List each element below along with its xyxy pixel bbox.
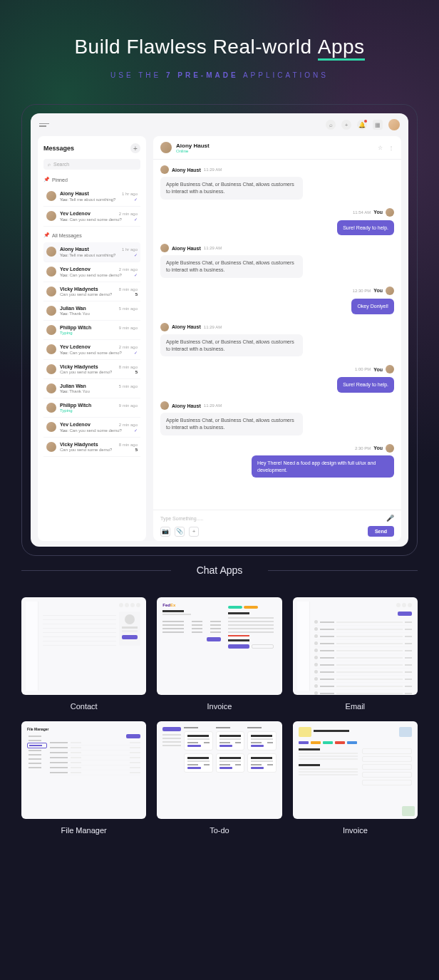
message-group: 12:30 PMYouOkey Doniyel! [160,287,394,314]
subtitle-pre: USE THE [110,71,166,79]
chat-list-item[interactable]: Julian Wan5 min agoYou: Thank You [43,379,140,398]
contact-name: Yev Ledenov [60,344,91,349]
composer: Type Something..... 🎤 📷 📎 + Send [153,510,401,541]
contact-name: Yev Ledenov [60,422,91,427]
chat-list-item[interactable]: Aiony Haust1 hr agoYou: Tell me about so… [43,187,140,207]
grid-icon[interactable]: ▦ [373,120,383,130]
message-preview: Typing [60,408,73,413]
message-preview: You: Thank You [60,389,90,393]
tile-label: Contact [71,702,98,711]
app-tile[interactable]: File ManagerFile Manager [21,721,146,835]
chat-list-item[interactable]: Yev Ledenov2 min agoYou: Can you send so… [43,262,140,282]
contact-name: Philipp Witch [60,325,91,330]
add-icon[interactable]: + [341,120,351,130]
message-bubble: Apple Business Chat, or Business Chat, a… [160,413,303,435]
composer-placeholder[interactable]: Type Something..... [160,516,203,521]
send-button[interactable]: Send [368,526,394,537]
timestamp: 11:29 AM [204,403,222,408]
contact-name: Vicky Hladynets [60,442,98,447]
app-tile[interactable]: Invoice [293,721,418,835]
menu-icon[interactable] [39,123,49,127]
all-section-label: 📌 All Messages [43,232,140,238]
app-tile[interactable]: FedExInvoice [157,597,282,711]
tile-label: Invoice [343,826,368,835]
star-icon[interactable]: ☆ [378,145,383,151]
new-message-button[interactable]: + [130,143,140,153]
attachment-icon[interactable]: 📎 [175,527,185,537]
sender-name: Aiony Haust [172,324,201,329]
search-placeholder: Search [53,162,69,167]
timestamp: 5 min ago [119,306,138,311]
message-preview: You: Can you send some demo? [60,428,122,433]
check-icon: ✓ [134,428,138,433]
timestamp: 8 min ago [119,287,138,292]
tile-thumbnail [21,597,146,695]
pinned-section-label: 📌 Pinned [43,177,140,182]
chat-list-item[interactable]: Yev Ledenov2 min agoYou: Can you send so… [43,340,140,360]
user-avatar[interactable] [388,119,400,130]
chat-list-item[interactable]: Aiony Haust1 hr agoYou: Tell me about so… [43,242,140,262]
message-preview: You: Can you send some demo? [60,273,122,277]
avatar [46,287,56,296]
chat-list-item[interactable]: Vicky Hladynets8 min agoCan you send som… [43,438,140,457]
message-preview: You: Tell me about somthing? [60,253,115,257]
check-icon: ✓ [134,197,138,202]
contact-name: Philipp Witch [60,403,91,408]
message-preview: Can you send some demo? [60,370,112,374]
message-group: Aiony Haust11:29 AMApple Business Chat, … [160,323,394,357]
app-tile[interactable]: Contact [21,597,146,711]
avatar [386,444,394,453]
avatar [46,364,56,374]
message-preview: Can you send some demo? [60,292,112,296]
more-icon[interactable]: ⋮ [388,145,394,151]
chat-header: Aiony Haust Online ☆ ⋮ [153,136,401,160]
unread-badge: 5 [135,370,138,374]
timestamp: 11:29 AM [204,246,222,250]
search-input[interactable]: ⌕ Search [43,159,140,170]
chat-list-item[interactable]: Vicky Hladynets8 min agoCan you send som… [43,282,140,301]
camera-icon[interactable]: 📷 [160,527,170,537]
message-group: 1:00 PMYouSure! Ready to help. [160,365,394,393]
timestamp: 2 min ago [119,345,138,349]
mic-icon[interactable]: 🎤 [386,515,394,522]
contact-name: Yev Ledenov [60,211,91,216]
bell-icon[interactable]: 🔔 [357,120,367,130]
timestamp: 9 min ago [119,403,138,408]
chat-list-item[interactable]: Yev Ledenov2 min agoYou: Can you send so… [43,418,140,438]
tile-label: To-do [210,826,229,835]
hero-subtitle: USE THE 7 PRE-MADE APPLICATIONS [21,71,418,79]
app-tile[interactable]: To-do [157,721,282,835]
device-frame: ⌕ + 🔔 ▦ Messages + ⌕ Search [21,104,418,556]
tile-thumbnail: FedEx [157,597,282,695]
timestamp: 1:00 PM [355,367,371,371]
search-icon[interactable]: ⌕ [326,120,336,130]
timestamp: 2 min ago [119,212,138,216]
pin-icon: 📌 [43,232,50,238]
timestamp: 11:54 AM [353,210,371,215]
avatar [46,211,56,221]
chat-list-item[interactable]: Philipp Witch9 min agoTyping [43,398,140,418]
chat-list-item[interactable]: Yev Ledenov2 min agoYou: Can you send so… [43,207,140,227]
chat-list-item[interactable]: Julian Wan5 min agoYou: Thank You [43,301,140,321]
timestamp: 9 min ago [119,326,138,330]
avatar [386,208,394,217]
chat-list-item[interactable]: Vicky Hladynets8 min agoCan you send som… [43,360,140,379]
tile-thumbnail [157,721,282,819]
message-group: Aiony Haust11:29 AMApple Business Chat, … [160,401,394,435]
plus-icon[interactable]: + [189,527,199,537]
apps-grid: ContactFedExInvoiceEmailFile ManagerFile… [21,597,418,835]
avatar [46,247,56,257]
unread-badge: 5 [135,292,138,296]
sender-name: Aiony Haust [172,246,201,251]
messages-sidebar: Messages + ⌕ Search 📌 Pinned Aiony Haust… [38,136,146,541]
message-bubble: Okey Doniyel! [351,299,394,314]
chat-list-item[interactable]: Philipp Witch9 min agoTyping [43,321,140,340]
subtitle-post: APPLICATIONS [239,71,329,79]
avatar [46,442,56,452]
message-group: 11:54 AMYouSure! Ready to help. [160,208,394,236]
sender-name: You [373,367,383,372]
message-preview: You: Can you send some demo? [60,217,122,222]
app-tile[interactable]: Email [293,597,418,711]
avatar [160,165,169,174]
message-preview: You: Tell me about somthing? [60,197,115,202]
